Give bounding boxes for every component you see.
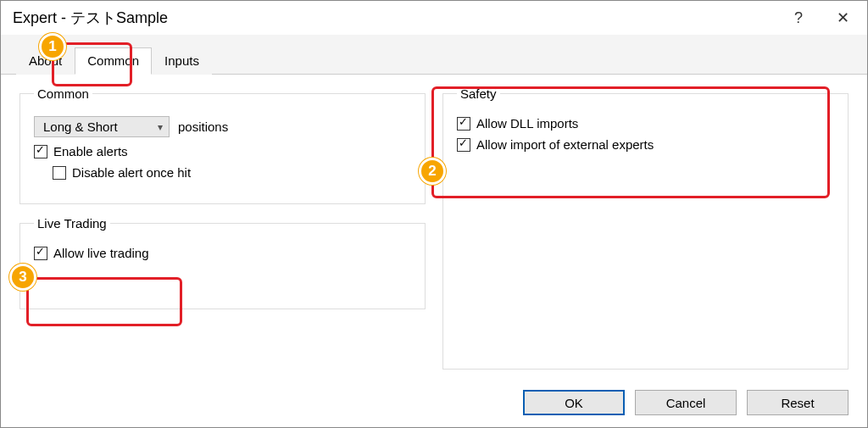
tab-inputs[interactable]: Inputs <box>152 47 212 75</box>
close-icon[interactable]: ✕ <box>830 8 855 27</box>
positions-select[interactable]: Long & Short <box>34 116 170 137</box>
positions-label: positions <box>178 120 228 134</box>
allow-live-trading-input[interactable] <box>34 247 47 260</box>
expert-properties-window: Expert - テストSample ? ✕ About Common Inpu… <box>0 0 868 428</box>
allow-external-experts-label: Allow import of external experts <box>476 137 654 152</box>
enable-alerts-input[interactable] <box>34 145 47 158</box>
allow-dll-input[interactable] <box>457 117 470 131</box>
ok-button[interactable]: OK <box>523 390 625 415</box>
allow-live-trading-label: Allow live trading <box>53 246 149 260</box>
titlebar-controls: ? ✕ <box>786 8 855 27</box>
titlebar: Expert - テストSample ? ✕ <box>1 1 867 35</box>
allow-dll-label: Allow DLL imports <box>476 116 578 131</box>
window-title: Expert - テストSample <box>13 8 168 28</box>
allow-dll-checkbox[interactable]: Allow DLL imports <box>457 116 834 131</box>
safety-group: Safety Allow DLL imports Allow import of… <box>442 86 849 370</box>
enable-alerts-checkbox[interactable]: Enable alerts <box>34 144 411 158</box>
live-trading-group: Live Trading Allow live trading <box>19 216 426 309</box>
left-column: Common Long & Short ▾ positions Enable a… <box>19 86 426 381</box>
common-group: Common Long & Short ▾ positions Enable a… <box>19 86 426 204</box>
tab-about[interactable]: About <box>16 47 75 75</box>
safety-legend: Safety <box>457 86 500 101</box>
positions-row: Long & Short ▾ positions <box>34 116 411 137</box>
reset-button[interactable]: Reset <box>747 390 849 415</box>
right-column: Safety Allow DLL imports Allow import of… <box>442 86 849 381</box>
tabbar: About Common Inputs <box>1 35 867 75</box>
allow-external-experts-input[interactable] <box>457 138 470 152</box>
help-icon[interactable]: ? <box>786 9 811 27</box>
common-legend: Common <box>34 86 92 101</box>
allow-live-trading-checkbox[interactable]: Allow live trading <box>34 246 411 260</box>
disable-alert-once-hit-input[interactable] <box>53 166 66 180</box>
allow-external-experts-checkbox[interactable]: Allow import of external experts <box>457 137 834 152</box>
live-trading-legend: Live Trading <box>34 216 110 231</box>
content-area: Common Long & Short ▾ positions Enable a… <box>1 75 867 381</box>
enable-alerts-label: Enable alerts <box>53 144 128 158</box>
tab-common[interactable]: Common <box>75 47 152 75</box>
disable-alert-once-hit-checkbox[interactable]: Disable alert once hit <box>53 165 411 180</box>
disable-alert-once-hit-label: Disable alert once hit <box>72 165 191 180</box>
cancel-button[interactable]: Cancel <box>635 390 737 415</box>
button-bar: OK Cancel Reset <box>1 381 867 427</box>
positions-select-wrap: Long & Short ▾ <box>34 116 170 137</box>
